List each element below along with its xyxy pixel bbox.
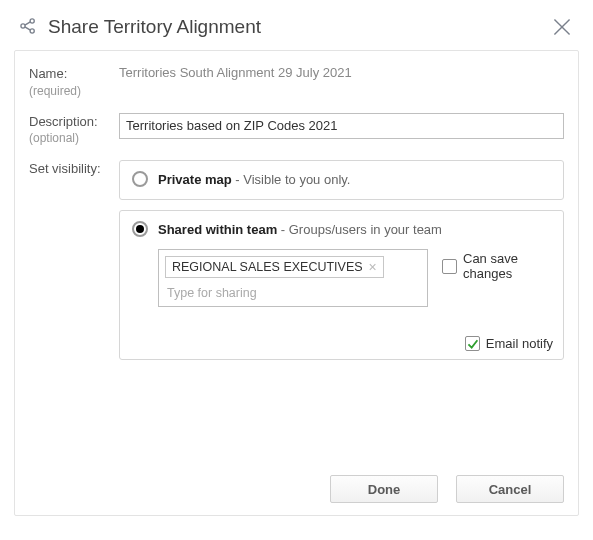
description-input[interactable]: [119, 113, 564, 139]
can-save-checkbox[interactable]: [442, 259, 457, 274]
description-label: Description: (optional): [29, 113, 119, 147]
can-save-label: Can save changes: [463, 251, 551, 281]
private-radio[interactable]: [132, 171, 148, 187]
dialog-header: Share Territory Alignment: [14, 10, 579, 50]
name-label: Name: (required): [29, 65, 119, 99]
close-icon[interactable]: [549, 14, 575, 40]
dialog-body: Name: (required) Territories South Align…: [14, 50, 579, 516]
name-row: Name: (required) Territories South Align…: [29, 65, 564, 99]
share-targets-input[interactable]: REGIONAL SALES EXECUTIVES × Type for sha…: [158, 249, 428, 307]
share-icon: [18, 16, 38, 39]
description-label-text: Description:: [29, 113, 119, 131]
name-label-hint: (required): [29, 83, 119, 99]
email-notify-label: Email notify: [486, 336, 553, 351]
shared-radio[interactable]: [132, 221, 148, 237]
cancel-button[interactable]: Cancel: [456, 475, 564, 503]
description-row: Description: (optional): [29, 113, 564, 147]
share-placeholder: Type for sharing: [165, 286, 421, 300]
remove-token-icon[interactable]: ×: [369, 260, 377, 274]
dialog-title: Share Territory Alignment: [48, 16, 261, 38]
can-save-row: Can save changes: [442, 251, 551, 281]
svg-line-4: [25, 26, 31, 29]
share-token: REGIONAL SALES EXECUTIVES ×: [165, 256, 384, 278]
shared-radio-label: Shared within team - Groups/users in you…: [158, 222, 442, 237]
svg-point-2: [30, 28, 34, 32]
name-value: Territories South Alignment 29 July 2021: [119, 65, 564, 80]
private-hint: - Visible to you only.: [232, 172, 351, 187]
visibility-label: Set visibility:: [29, 160, 119, 178]
svg-point-0: [21, 23, 25, 27]
header-left: Share Territory Alignment: [18, 16, 261, 39]
svg-point-1: [30, 18, 34, 22]
share-token-label: REGIONAL SALES EXECUTIVES: [172, 260, 363, 274]
private-option-box: Private map - Visible to you only.: [119, 160, 564, 200]
shared-title: Shared within team: [158, 222, 277, 237]
visibility-row: Set visibility: Private map - Visible to…: [29, 160, 564, 360]
email-notify-row: Email notify: [465, 336, 553, 351]
shared-option-box: Shared within team - Groups/users in you…: [119, 210, 564, 360]
email-notify-checkbox[interactable]: [465, 336, 480, 351]
name-label-text: Name:: [29, 65, 119, 83]
shared-hint: - Groups/users in your team: [277, 222, 442, 237]
svg-line-3: [25, 21, 31, 24]
done-button[interactable]: Done: [330, 475, 438, 503]
description-label-hint: (optional): [29, 130, 119, 146]
shared-body: REGIONAL SALES EXECUTIVES × Type for sha…: [158, 249, 551, 307]
share-territory-dialog: Share Territory Alignment Name: (require…: [0, 0, 593, 540]
private-title: Private map: [158, 172, 232, 187]
dialog-footer: Done Cancel: [330, 475, 564, 503]
private-radio-label: Private map - Visible to you only.: [158, 172, 350, 187]
